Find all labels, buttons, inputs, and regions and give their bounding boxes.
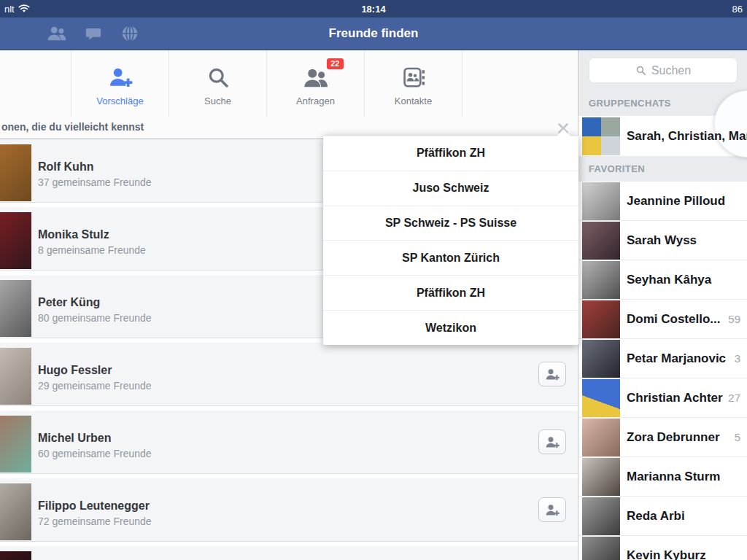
add-friend-button[interactable] <box>538 429 566 454</box>
avatar <box>582 419 620 456</box>
contact-name: Sarah Wyss <box>627 233 697 248</box>
contact-name: Kevin Kyburz <box>627 548 706 560</box>
requests-count-badge: 22 <box>327 58 343 69</box>
contact-name: Zora Debrunner <box>627 430 720 445</box>
chat-contact-row[interactable]: Petar Marjanovic3 <box>578 338 747 378</box>
contact-count: 59 <box>728 313 740 325</box>
mutual-friends-count: 8 gemeinsame Freunde <box>38 244 146 256</box>
search-icon <box>635 65 646 76</box>
friend-name: Michel Urben <box>38 432 152 445</box>
chat-sidebar: Suchen GRUPPENCHATSSarah, Christian, Mar… <box>578 50 747 560</box>
sidebar-section-header: GRUPPENCHATS <box>578 90 747 116</box>
tab-kontakte[interactable]: Kontakte <box>364 50 462 117</box>
page-title: Freunde finden <box>0 18 747 50</box>
contact-name: Seyhan Kâhya <box>627 273 711 287</box>
profile-photo <box>0 416 31 472</box>
chat-contact-row[interactable]: Sarah, Christian, Mar <box>578 116 747 156</box>
friend-name: Rolf Kuhn <box>38 160 152 174</box>
dropdown-option[interactable]: Pfäffikon ZH <box>323 275 578 310</box>
chat-contact-row[interactable]: Domi Costello...59 <box>578 299 747 338</box>
chat-contact-row[interactable]: Reda Arbi <box>578 496 747 535</box>
nav-bar: Freunde finden <box>0 18 747 50</box>
tab-anfragen[interactable]: 22 Anfragen <box>266 50 364 117</box>
dropdown-option[interactable]: SP Schweiz - PS Suisse <box>323 206 578 241</box>
contact-count: 27 <box>728 392 740 404</box>
tab-bar: Vorschläge Suche 22 Anfragen <box>0 50 578 117</box>
suggestion-row[interactable]: Filippo Leutenegger72 gemeinsame Freunde <box>0 478 578 542</box>
dropdown-option[interactable]: Juso Schweiz <box>323 171 578 206</box>
tab-label: Suche <box>204 96 231 106</box>
person-add-icon <box>107 61 133 89</box>
profile-photo <box>0 280 31 337</box>
suggestions-header-title: onen, die du vielleicht kennst <box>1 121 144 133</box>
contact-count: 5 <box>735 431 740 443</box>
profile-photo <box>0 551 31 560</box>
contact-name: Domi Costello... <box>627 312 720 327</box>
chat-contact-row[interactable]: Zora Debrunner5 <box>578 417 747 456</box>
avatar <box>582 222 620 260</box>
friend-name: Peter Küng <box>38 296 152 309</box>
avatar <box>582 340 620 378</box>
contacts-book-icon <box>401 61 426 89</box>
tab-label: Kontakte <box>395 96 432 106</box>
avatar <box>582 537 620 560</box>
avatar <box>582 458 620 496</box>
search-input[interactable]: Suchen <box>589 58 738 83</box>
contact-name: Reda Arbi <box>627 509 685 524</box>
dropdown-option[interactable]: SP Kanton Zürich <box>323 240 578 275</box>
friend-name: Hugo Fessler <box>38 364 152 377</box>
battery-percent: 86 <box>732 4 743 15</box>
chat-contact-row[interactable]: Sarah Wyss <box>578 220 747 260</box>
avatar <box>582 261 620 299</box>
avatar <box>582 379 620 417</box>
tab-label: Anfragen <box>296 96 335 106</box>
avatar <box>582 300 620 338</box>
avatar <box>582 497 620 535</box>
friend-requests-icon: 22 <box>303 61 329 89</box>
contact-count: 3 <box>735 352 740 365</box>
avatar <box>582 182 620 220</box>
tab-suche[interactable]: Suche <box>169 50 266 117</box>
contact-name: Christian Achter <box>627 391 723 405</box>
profile-photo <box>0 348 31 405</box>
mutual-friends-count: 60 gemeinsame Freunde <box>38 448 152 459</box>
avatar <box>582 117 620 155</box>
chat-contact-row[interactable]: Seyhan Kâhya <box>578 260 747 299</box>
add-friend-button[interactable] <box>538 362 566 386</box>
contact-name: Marianna Sturm <box>627 470 720 484</box>
contact-name: Jeannine Pilloud <box>627 194 725 209</box>
add-friend-button[interactable] <box>538 497 566 522</box>
sidebar-section-header: FAVORITEN <box>578 156 747 182</box>
suggestion-row[interactable]: Hugo Fessler29 gemeinsame Freunde <box>0 343 578 406</box>
freunde-finden-screen: nlt 18:14 86 <box>0 0 747 560</box>
suggestion-row[interactable] <box>0 546 578 560</box>
friend-name: Filippo Leutenegger <box>38 499 152 513</box>
profile-photo <box>0 212 31 269</box>
suggestion-row[interactable]: Michel Urben60 gemeinsame Freunde <box>0 411 578 474</box>
dropdown-option[interactable]: Wetzikon <box>323 310 578 345</box>
search-placeholder: Suchen <box>651 64 691 77</box>
status-bar: nlt 18:14 86 <box>0 0 747 18</box>
search-icon <box>206 61 230 89</box>
location-dropdown: Pfäffikon ZHJuso SchweizSP Schweiz - PS … <box>323 136 578 345</box>
mutual-friends-count: 29 gemeinsame Freunde <box>38 380 152 392</box>
chat-contact-row[interactable]: Kevin Kyburz <box>578 535 747 560</box>
mutual-friends-count: 80 gemeinsame Freunde <box>38 312 152 324</box>
mutual-friends-count: 72 gemeinsame Freunde <box>38 516 152 527</box>
profile-photo <box>0 144 31 201</box>
contact-name: Sarah, Christian, Mar <box>627 129 747 144</box>
clock: 18:14 <box>0 4 747 15</box>
chat-contact-row[interactable]: Christian Achter27 <box>578 378 747 417</box>
friend-name: Monika Stulz <box>38 228 146 241</box>
contact-name: Petar Marjanovic <box>627 351 726 366</box>
chat-contact-row[interactable]: Jeannine Pilloud <box>578 182 747 220</box>
tab-vorschlaege[interactable]: Vorschläge <box>71 50 169 117</box>
profile-photo <box>0 483 31 540</box>
mutual-friends-count: 37 gemeinsame Freunde <box>38 176 152 188</box>
dropdown-option[interactable]: Pfäffikon ZH <box>323 136 578 171</box>
chat-contact-row[interactable]: Marianna Sturm <box>578 456 747 496</box>
tab-label: Vorschläge <box>96 96 143 106</box>
